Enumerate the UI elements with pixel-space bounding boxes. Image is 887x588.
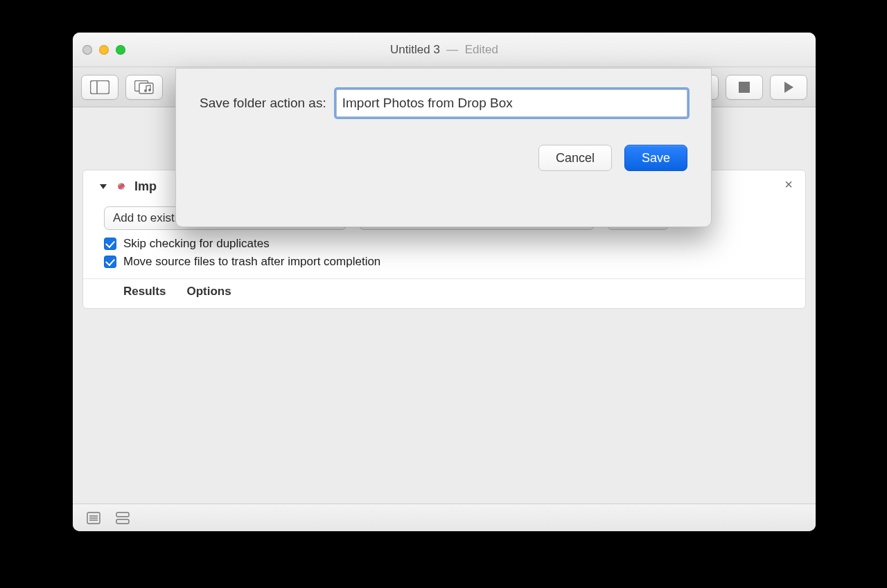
remove-action-button[interactable]: × xyxy=(784,177,793,191)
automator-window: Untitled 3 — Edited xyxy=(73,33,816,531)
close-window-button[interactable] xyxy=(82,45,92,55)
svg-rect-7 xyxy=(739,82,750,93)
svg-rect-22 xyxy=(116,519,129,524)
svg-point-4 xyxy=(144,89,147,92)
toggle-library-button[interactable] xyxy=(81,75,118,100)
photos-app-icon xyxy=(114,179,129,194)
svg-rect-0 xyxy=(91,80,109,93)
stop-button[interactable] xyxy=(726,75,763,100)
svg-rect-21 xyxy=(116,513,129,517)
cancel-button[interactable]: Cancel xyxy=(538,145,612,171)
move-to-trash-checkbox[interactable] xyxy=(104,256,116,268)
save-button[interactable]: Save xyxy=(624,145,687,171)
save-name-input[interactable] xyxy=(336,89,687,117)
minimize-window-button[interactable] xyxy=(99,45,109,55)
document-status: Edited xyxy=(465,43,498,56)
disclosure-triangle[interactable] xyxy=(98,181,108,191)
action-title: Imp xyxy=(134,179,157,194)
log-view-icon[interactable] xyxy=(87,512,100,524)
zoom-window-button[interactable] xyxy=(116,45,125,55)
toggle-media-button[interactable] xyxy=(125,75,163,100)
run-button[interactable] xyxy=(770,75,807,100)
results-tab[interactable]: Results xyxy=(123,285,166,299)
window-title: Untitled 3 — Edited xyxy=(73,43,816,57)
skip-duplicates-label: Skip checking for duplicates xyxy=(123,237,270,251)
skip-duplicates-checkbox[interactable] xyxy=(104,238,116,250)
cancel-label: Cancel xyxy=(556,151,595,166)
save-label: Save folder action as: xyxy=(200,96,326,111)
options-tab[interactable]: Options xyxy=(186,285,231,299)
variables-view-icon[interactable] xyxy=(116,512,130,524)
save-button-label: Save xyxy=(642,151,670,166)
titlebar: Untitled 3 — Edited xyxy=(73,33,816,67)
status-bar xyxy=(73,504,816,531)
move-to-trash-label: Move source files to trash after import … xyxy=(123,255,380,269)
save-sheet: Save folder action as: Cancel Save xyxy=(175,68,712,227)
window-controls xyxy=(82,45,125,55)
document-name: Untitled 3 xyxy=(390,43,440,56)
svg-point-5 xyxy=(148,89,151,91)
